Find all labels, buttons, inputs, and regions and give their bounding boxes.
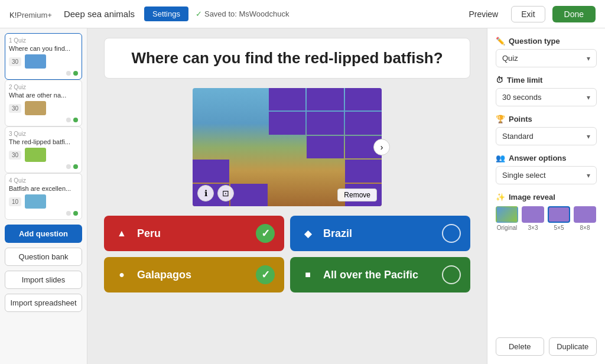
answer-check-d	[442, 265, 461, 284]
puzzle-cell	[269, 112, 305, 134]
reveal-thumb-img	[548, 206, 570, 223]
slide-dot-1	[66, 211, 71, 216]
settings-button[interactable]: Settings	[144, 6, 188, 21]
slide-dot-2	[73, 71, 78, 76]
reveal-thumb-img	[574, 206, 596, 223]
image-reveal-section: ✨ Image reveal Original3×35×58×8	[496, 193, 597, 231]
slide-card-2[interactable]: 2 Quiz What are other na... 30	[5, 80, 82, 126]
preview-button[interactable]: Preview	[463, 6, 504, 22]
time-limit-icon: ⏱	[496, 76, 503, 84]
add-question-button[interactable]: Add question	[5, 225, 82, 243]
reveal-option-Original[interactable]: Original	[496, 206, 518, 231]
slide-dot-1	[66, 118, 71, 122]
slide-thumb	[25, 101, 46, 115]
delete-button[interactable]: Delete	[496, 337, 544, 356]
image-container: ℹ ⊡ Remove ›	[193, 88, 382, 206]
import-slides-button[interactable]: Import slides	[5, 271, 82, 289]
question-type-select[interactable]: Quiz ▾	[496, 49, 597, 67]
duplicate-button[interactable]: Duplicate	[549, 337, 597, 356]
question-type-icon: ✏️	[496, 37, 505, 46]
saved-status: ✓ Saved to: MsWoodchuck	[196, 9, 290, 18]
answer-options-select[interactable]: Single select ▾	[496, 166, 597, 184]
saved-text: Saved to: MsWoodchuck	[204, 9, 290, 18]
question-type-chevron: ▾	[587, 54, 590, 63]
reveal-option-3×3[interactable]: 3×3	[522, 206, 544, 231]
slide-num: 30	[9, 104, 21, 113]
check-icon: ✓	[196, 9, 202, 18]
slide-dot-2	[73, 164, 78, 169]
answer-card-c[interactable]: ● Galapagos ✓	[104, 257, 284, 292]
remove-image-button[interactable]: Remove	[337, 188, 377, 202]
slide-card-1[interactable]: 1 Quiz Where can you find... 30	[5, 33, 82, 80]
answer-icon-b: ◆	[300, 225, 316, 242]
slide-card-3[interactable]: 3 Quiz The red-lipped batfi... 30	[5, 126, 82, 173]
answer-text-c: Galapagos	[137, 269, 249, 281]
answer-card-b[interactable]: ◆ Brazil	[290, 216, 470, 251]
puzzle-cell	[230, 112, 267, 134]
puzzle-cell	[193, 112, 229, 134]
puzzle-cell	[230, 88, 267, 110]
answers-grid: ▲ Peru ✓ ◆ Brazil ● Galapagos ✓ ■ All ov…	[104, 216, 470, 292]
puzzle-cell	[193, 88, 229, 110]
chevron-right-button[interactable]: ›	[373, 139, 390, 155]
answer-options-value: Single select	[502, 171, 546, 180]
slide-type-label: 1 Quiz	[9, 37, 78, 44]
points-select[interactable]: Standard ▾	[496, 127, 597, 145]
exit-button[interactable]: Exit	[511, 6, 545, 22]
slide-thumb	[25, 194, 46, 209]
slide-text: Where can you find...	[9, 45, 78, 52]
slide-num: 30	[9, 151, 21, 160]
points-title: 🏆 Points	[496, 115, 597, 124]
import-spreadsheet-button[interactable]: Import spreadsheet	[5, 294, 82, 312]
slide-dot-2	[73, 211, 78, 216]
time-limit-section: ⏱ Time limit 30 seconds ▾	[496, 76, 597, 106]
answer-options-label: Answer options	[509, 154, 567, 162]
answer-card-d[interactable]: ■ All over the Pacific	[290, 257, 470, 292]
slide-thumb	[25, 148, 46, 162]
logo-suffix: Premium+	[17, 11, 52, 20]
question-type-value: Quiz	[502, 54, 518, 63]
puzzle-cell	[345, 112, 382, 134]
logo: K!Premium+	[9, 7, 52, 21]
answer-icon-a: ▲	[113, 225, 130, 242]
slide-card-4[interactable]: 4 Quiz Batfish are excellen... 10	[5, 173, 82, 220]
image-reveal-options: Original3×35×58×8	[496, 206, 597, 231]
reveal-option-8×8[interactable]: 8×8	[574, 206, 596, 231]
answer-check-c: ✓	[256, 265, 275, 284]
answer-text-b: Brazil	[323, 228, 435, 240]
question-bank-button[interactable]: Question bank	[5, 248, 82, 266]
slide-type-label: 3 Quiz	[9, 131, 78, 137]
puzzle-cell	[269, 88, 305, 110]
answer-options-section: 👥 Answer options Single select ▾	[496, 154, 597, 184]
image-crop-button[interactable]: ⊡	[217, 185, 234, 202]
image-info-button[interactable]: ℹ	[197, 185, 214, 202]
puzzle-cell	[307, 88, 343, 110]
answer-card-a[interactable]: ▲ Peru ✓	[104, 216, 284, 251]
slide-text: What are other na...	[9, 92, 78, 99]
reveal-thumb-label: 8×8	[580, 225, 590, 231]
done-button[interactable]: Done	[552, 6, 596, 22]
reveal-thumb-label: Original	[497, 225, 517, 231]
reveal-option-5×5[interactable]: 5×5	[548, 206, 570, 231]
reveal-thumb-label: 5×5	[554, 225, 564, 231]
slide-num: 10	[9, 197, 21, 206]
slide-type-label: 2 Quiz	[9, 84, 78, 90]
answer-icon-c: ●	[113, 266, 130, 283]
time-limit-select[interactable]: 30 seconds ▾	[496, 88, 597, 106]
question-type-title: ✏️ Question type	[496, 37, 597, 46]
content-area: Where can you find the red-lipped batfis…	[87, 28, 487, 364]
slide-type-label: 4 Quiz	[9, 177, 78, 184]
slide-dot-1	[66, 71, 71, 76]
puzzle-cell	[269, 160, 305, 182]
answer-text-a: Peru	[137, 228, 249, 240]
puzzle-cell	[193, 136, 229, 158]
points-chevron: ▾	[587, 132, 590, 141]
puzzle-cell	[345, 160, 382, 182]
time-limit-title: ⏱ Time limit	[496, 76, 597, 84]
puzzle-cell	[345, 88, 382, 110]
logo-text: K!	[9, 11, 17, 20]
question-type-section: ✏️ Question type Quiz ▾	[496, 37, 597, 67]
puzzle-cell	[230, 160, 267, 182]
answer-icon-d: ■	[300, 266, 316, 283]
points-icon: 🏆	[496, 115, 505, 124]
